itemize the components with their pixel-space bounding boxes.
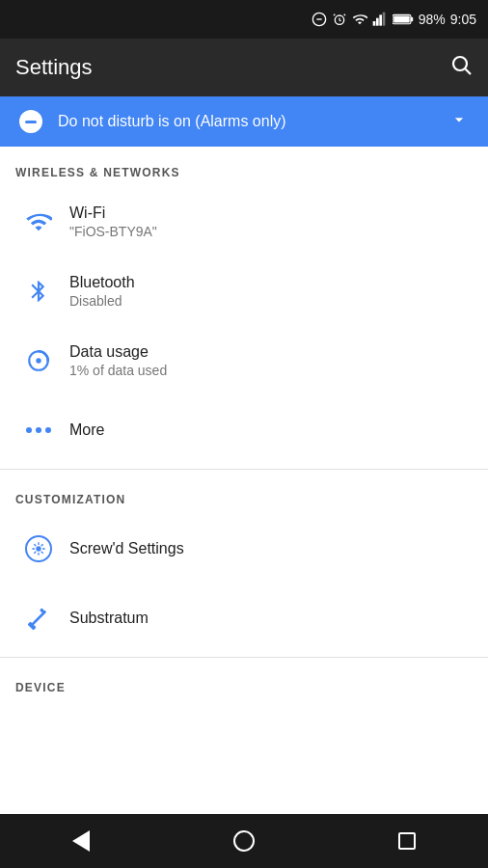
svg-rect-12	[411, 17, 413, 22]
dnd-banner[interactable]: Do not disturb is on (Alarms only)	[0, 96, 488, 147]
data-usage-subtitle: 1% of data used	[69, 363, 473, 378]
nav-recents-button[interactable]	[398, 832, 416, 850]
substratum-icon	[26, 606, 51, 631]
content-area: WIRELESS & NETWORKS Wi-Fi "FiOS-BTY9A"	[0, 147, 488, 814]
svg-line-21	[31, 612, 44, 626]
battery-icon	[393, 12, 414, 27]
substratum-icon-wrap	[15, 606, 62, 631]
svg-rect-10	[382, 13, 385, 26]
divider-2	[0, 657, 488, 658]
status-bar: 98% 9:05	[0, 0, 488, 39]
wifi-setting-item[interactable]: Wi-Fi "FiOS-BTY9A"	[0, 187, 488, 257]
divider-1	[0, 469, 488, 470]
home-icon	[233, 830, 255, 852]
data-usage-title: Data usage	[69, 343, 473, 361]
recents-icon	[398, 832, 416, 850]
data-usage-icon-wrap	[15, 348, 62, 373]
screwd-title: Screw'd Settings	[69, 540, 473, 557]
data-usage-text: Data usage 1% of data used	[62, 343, 473, 378]
screwd-icon-wrap	[15, 535, 62, 562]
substratum-setting-item[interactable]: Substratum	[0, 583, 488, 653]
bluetooth-icon	[26, 279, 51, 304]
bluetooth-icon-wrap	[15, 279, 62, 304]
screwd-icon	[25, 535, 52, 562]
svg-rect-8	[376, 18, 379, 26]
wifi-subtitle: "FiOS-BTY9A"	[69, 224, 473, 239]
alarm-icon	[332, 12, 347, 27]
page-title: Settings	[15, 55, 93, 80]
svg-rect-13	[393, 15, 410, 22]
wifi-icon-wrap	[15, 208, 62, 235]
wifi-status-icon	[352, 12, 367, 27]
nav-home-button[interactable]	[233, 830, 255, 852]
wireless-settings-list: Wi-Fi "FiOS-BTY9A" Bluetooth Disabled	[0, 187, 488, 465]
more-title: More	[69, 421, 473, 439]
bluetooth-setting-item[interactable]: Bluetooth Disabled	[0, 257, 488, 326]
data-usage-icon	[26, 348, 51, 373]
wifi-title: Wi-Fi	[69, 204, 473, 222]
bluetooth-text: Bluetooth Disabled	[62, 274, 473, 309]
section-header-wireless: WIRELESS & NETWORKS	[0, 147, 488, 187]
dnd-text: Do not disturb is on (Alarms only)	[58, 113, 434, 130]
svg-line-4	[339, 20, 340, 21]
more-text: More	[62, 421, 473, 439]
battery-percentage: 98%	[419, 12, 446, 27]
signal-icon	[372, 12, 388, 27]
search-button[interactable]	[449, 53, 473, 82]
svg-point-17	[36, 358, 41, 363]
svg-point-18	[36, 546, 41, 551]
customization-settings-list: Screw'd Settings Substratum	[0, 514, 488, 653]
back-icon	[72, 830, 90, 852]
wifi-text: Wi-Fi "FiOS-BTY9A"	[62, 204, 473, 239]
section-header-customization: CUSTOMIZATION	[0, 474, 488, 514]
dnd-icon	[19, 110, 42, 133]
substratum-text: Substratum	[62, 610, 473, 627]
more-icon	[26, 427, 51, 433]
nav-back-button[interactable]	[72, 830, 90, 852]
status-icons: 98% 9:05	[312, 12, 476, 27]
svg-line-15	[466, 69, 472, 75]
svg-line-6	[343, 14, 344, 15]
bluetooth-title: Bluetooth	[69, 274, 473, 291]
more-setting-item[interactable]: More	[0, 395, 488, 465]
chevron-down-icon	[449, 110, 469, 134]
svg-line-5	[334, 14, 335, 15]
wifi-icon	[25, 208, 52, 235]
section-header-device: DEVICE	[0, 662, 488, 702]
svg-rect-7	[372, 21, 375, 26]
app-header: Settings	[0, 39, 488, 96]
svg-rect-9	[379, 14, 382, 25]
screwd-setting-item[interactable]: Screw'd Settings	[0, 514, 488, 583]
dnd-status-icon	[312, 12, 327, 27]
more-icon-wrap	[15, 427, 62, 433]
svg-point-14	[453, 57, 467, 70]
search-icon	[449, 53, 473, 76]
data-usage-setting-item[interactable]: Data usage 1% of data used	[0, 326, 488, 395]
bottom-navigation	[0, 814, 488, 868]
clock: 9:05	[450, 12, 476, 27]
substratum-title: Substratum	[69, 610, 473, 627]
bluetooth-subtitle: Disabled	[69, 293, 473, 309]
screwd-text: Screw'd Settings	[62, 540, 473, 557]
